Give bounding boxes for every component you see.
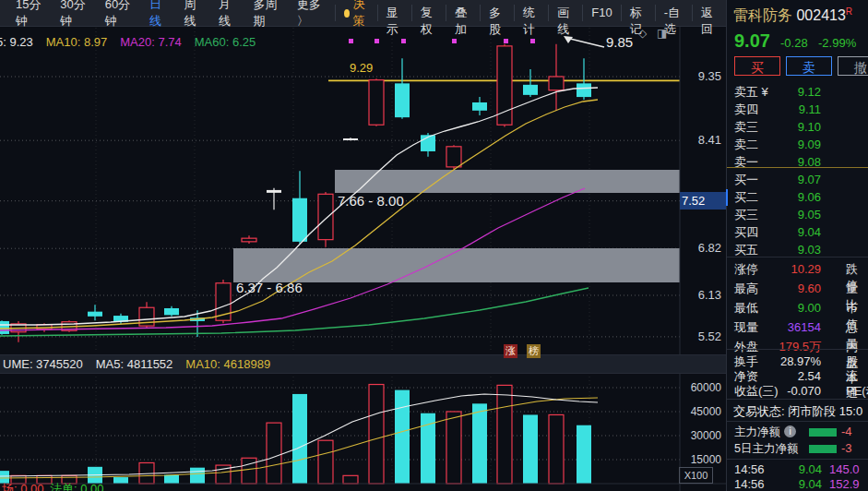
tool-menu: 决策显示复权叠加多股统计画线F10标记-自选返回 [335,0,726,26]
mid-price-divider [727,167,868,168]
candle-body [343,138,358,140]
menu-item-复权[interactable]: 复权 [411,5,446,21]
bulb-icon [344,9,350,18]
divider [727,421,868,422]
bid-price: 9.06 [798,189,821,206]
divider [727,257,868,257]
price-change-pct: -2.99% [818,36,856,50]
candle-body [577,83,591,97]
volume-bar [421,413,435,484]
sell-button[interactable]: 卖 [786,56,832,76]
volume-bar [472,403,487,484]
candle-body [242,238,256,242]
bid-row[interactable]: 买二9.06 [734,189,863,206]
bid-row[interactable]: 买一9.07 [734,172,863,188]
menu-item-F10[interactable]: F10 [582,5,620,21]
ma-header-item-3: MA60: 6.25 [195,35,256,49]
flow-label: 主力净额 [734,425,780,438]
volume-bar [523,414,538,484]
period-tab-30分钟[interactable]: 30分钟 [52,0,96,30]
stat-label: 换手 [734,354,758,368]
bid-price: 9.07 [798,172,821,188]
volume-values-header: UME: 3745520MA5: 4811552MA10: 4618989 [0,354,729,374]
ask-row[interactable]: 卖三9.10 [734,119,863,136]
volume-bar [369,385,384,484]
stock-title: 雷科防务 002413R [733,6,852,26]
price-axis-label: 8.41 [672,133,721,147]
high-price-label: 9.85 [606,34,633,50]
decision-menu-item[interactable]: 决策 [335,5,377,21]
menu-item-标记[interactable]: 标记 [621,5,655,21]
volume-bar [113,477,128,484]
volume-bar [267,423,281,484]
volume-bar [446,412,461,484]
price-axis-label: 6.82 [672,241,721,255]
divider [727,459,868,460]
ask-price: 9.09 [798,137,821,153]
period-tab-月线[interactable]: 月线 [210,0,244,30]
stock-code: 002413 [796,7,845,23]
vol-header-item-1: MA5: 4811552 [96,357,173,371]
volume-bar [343,475,358,484]
menu-item-画线[interactable]: 画线 [548,5,582,21]
bid-row[interactable]: 买四9.04 [734,224,863,241]
signal-dot-icon [452,39,457,43]
stat-row: 最低9.00市值 [734,300,863,317]
period-toolbar: 15分钟30分钟60分钟日线周线月线多周期更多 〉 决策显示复权叠加多股统计画线… [0,0,726,27]
volume-axis-label: 15000 [672,453,721,466]
price-change: -0.28 [780,36,808,50]
quote-panel: 雷科防务 002413R 9.07 -0.28 -2.99% 买卖撤卖五 ¥9.… [726,0,868,491]
period-tab-多周期[interactable]: 多周期 [244,0,288,30]
volume-bar [549,414,564,484]
candle-body [292,198,307,242]
bid-label: 买二 [734,190,758,204]
menu-item-返回[interactable]: 返回 [692,5,726,21]
menu-item-多股[interactable]: 多股 [480,5,514,21]
cancel-button[interactable]: 撤 [838,56,868,76]
menu-item-显示[interactable]: 显示 [377,5,411,21]
ask-row[interactable]: 卖五 ¥9.12 [734,84,863,101]
info-icon[interactable]: i [784,425,796,437]
ma-header-item-0: 5: 9.23 [0,35,33,49]
candle-body [267,190,281,193]
flow-bar [809,428,837,437]
menu-item--自选[interactable]: -自选 [655,5,692,21]
period-tab-周线[interactable]: 周线 [175,0,209,30]
menu-item-统计[interactable]: 统计 [514,5,548,21]
rank-badge[interactable]: 榜 [527,344,541,358]
candle-body [549,77,564,90]
period-tab-15分钟[interactable]: 15分钟 [7,0,52,30]
rank-badge[interactable]: 涨 [504,344,517,358]
tick-time: 14:56 [734,477,765,491]
bid-row[interactable]: 买三9.05 [734,207,863,223]
period-tab-更多 〉[interactable]: 更多 〉 [289,0,335,30]
candle-body [88,312,102,317]
period-tab-日线[interactable]: 日线 [141,0,175,30]
ask-row[interactable]: 卖二9.09 [734,137,863,153]
bid-label: 买五 [734,243,758,257]
stat-label: 收益(三) [734,384,779,398]
candle-body [523,85,538,95]
flow-row: 主力净额i-4 [734,424,863,440]
period-tab-60分钟[interactable]: 60分钟 [97,0,141,30]
diamond-icon[interactable]: ◇ [638,27,647,40]
ask-row[interactable]: 卖四9.11 [734,102,863,118]
consolidation-box [335,170,680,193]
buy-button[interactable]: 买 [734,56,780,76]
ask-price: 9.12 [798,84,821,101]
candle-body [395,83,410,117]
divider [727,349,868,350]
volume-bar [190,468,205,484]
ask-price: 9.10 [798,119,821,136]
ask-row[interactable]: 卖一9.08 [734,154,863,171]
stat-value: 9.60 [798,281,821,297]
flow-bar [809,445,837,453]
bid-label: 买三 [734,208,758,222]
menu-item-叠加[interactable]: 叠加 [446,5,480,21]
price-axis-label: 5.52 [672,329,721,343]
split-pane-icon[interactable]: ◨ [657,27,667,40]
candle-body [497,46,512,125]
ma-header-item-2: MA20: 7.74 [120,35,182,49]
ask-label: 卖三 [734,120,758,134]
candle-body [318,194,333,239]
